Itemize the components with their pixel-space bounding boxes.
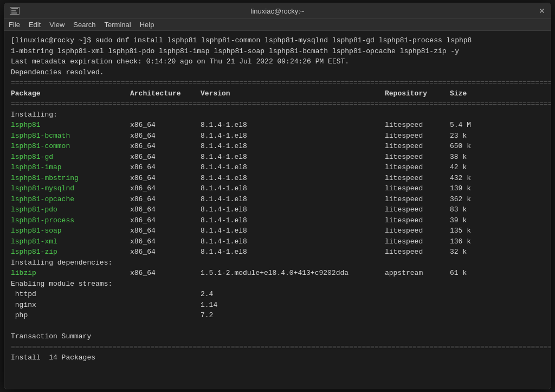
menu-edit[interactable]: Edit	[29, 21, 41, 29]
transaction-summary-label: Transaction Summary	[11, 331, 544, 342]
separator-bottom: ========================================…	[11, 342, 544, 353]
terminal-icon	[10, 7, 20, 15]
stream-nginx: nginx1.14	[11, 300, 544, 311]
pkg-lsphp81-pdo: lsphp81-pdox86_648.1.4-1.el8litespeed83 …	[11, 204, 544, 215]
meta-line1: Last metadata expiration check: 0:14:20 …	[11, 56, 544, 67]
deps-label: Installing dependencies:	[11, 258, 544, 268]
pkg-lsphp81-zip: lsphp81-zipx86_648.1.4-1.el8litespeed32 …	[11, 247, 544, 258]
installing-label: Installing:	[11, 110, 544, 120]
menu-terminal[interactable]: Terminal	[105, 21, 131, 29]
pkg-lsphp81-opcache: lsphp81-opcachex86_648.1.4-1.el8litespee…	[11, 194, 544, 205]
pkg-lsphp81-process: lsphp81-processx86_648.1.4-1.el8litespee…	[11, 215, 544, 226]
svg-rect-2	[11, 12, 17, 14]
dep-libzip: libzipx86_641.5.1-2.module+el8.4.0+413+c…	[11, 268, 544, 279]
pkg-lsphp81-xml: lsphp81-xmlx86_648.1.4-1.el8litespeed136…	[11, 236, 544, 247]
pkg-lsphp81-gd: lsphp81-gdx86_648.1.4-1.el8litespeed38 k	[11, 152, 544, 163]
pkg-lsphp81-imap: lsphp81-imapx86_648.1.4-1.el8litespeed42…	[11, 162, 544, 173]
menu-help[interactable]: Help	[140, 21, 154, 29]
pkg-lsphp81-mysqlnd: lsphp81-mysqlndx86_648.1.4-1.el8litespee…	[11, 183, 544, 194]
pkg-lsphp81-bcmath: lsphp81-bcmathx86_648.1.4-1.el8litespeed…	[11, 131, 544, 142]
terminal-window: linuxiac@rocky:~ ✕ File Edit View Search…	[4, 3, 551, 389]
window-title: linuxiac@rocky:~	[251, 7, 305, 15]
pkg-lsphp81-common: lsphp81-commonx86_648.1.4-1.el8litespeed…	[11, 141, 544, 152]
command-line: [linuxiac@rocky ~]$ sudo dnf install lsp…	[11, 35, 544, 56]
pkg-lsphp81-soap: lsphp81-soapx86_648.1.4-1.el8litespeed13…	[11, 226, 544, 236]
pkg-lsphp81-mbstring: lsphp81-mbstringx86_648.1.4-1.el8litespe…	[11, 173, 544, 184]
title-bar: linuxiac@rocky:~ ✕	[4, 3, 551, 19]
column-headers: PackageArchitectureVersionRepositorySize	[11, 88, 544, 99]
menu-view[interactable]: View	[49, 21, 64, 29]
pkg-lsphp81: lsphp81x86_648.1.4-1.el8litespeed5.4 M	[11, 120, 544, 131]
svg-rect-1	[11, 10, 16, 11]
close-button[interactable]: ✕	[539, 7, 545, 15]
meta-line2: Dependencies resolved.	[11, 67, 544, 78]
title-bar-left	[10, 7, 20, 15]
blank-line	[11, 321, 544, 332]
install-summary: Install 14 Packages	[11, 352, 544, 363]
separator-top: ========================================…	[11, 78, 544, 88]
menu-search[interactable]: Search	[73, 21, 95, 29]
menu-file[interactable]: File	[9, 21, 20, 29]
menu-bar: File Edit View Search Terminal Help	[4, 19, 551, 31]
svg-rect-0	[11, 8, 18, 9]
separator-mid: ========================================…	[11, 99, 544, 110]
terminal-body[interactable]: [linuxiac@rocky ~]$ sudo dnf install lsp…	[4, 31, 551, 389]
streams-label: Enabling module streams:	[11, 279, 544, 290]
stream-php: php7.2	[11, 310, 544, 321]
stream-httpd: httpd2.4	[11, 289, 544, 300]
